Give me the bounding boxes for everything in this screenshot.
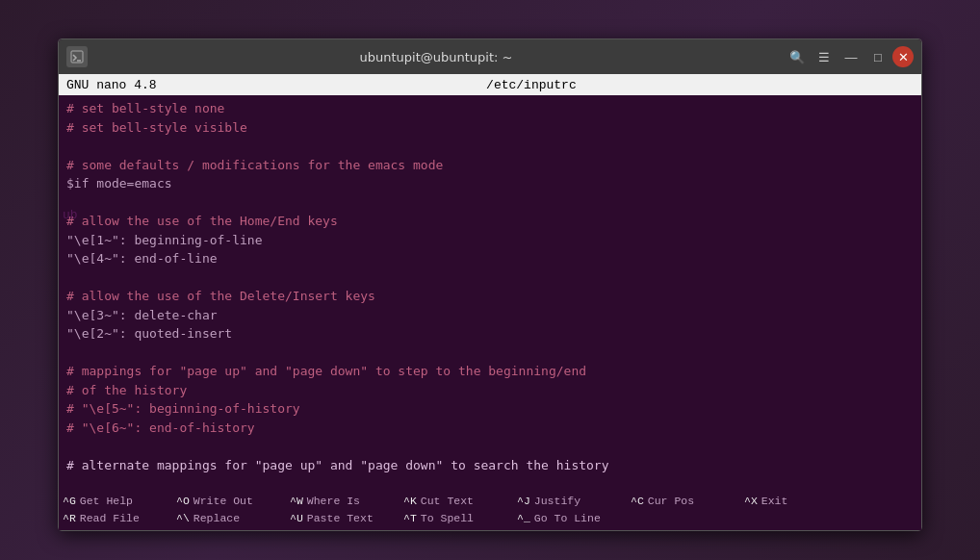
line-17: # "\e[5~": beginning-of-history bbox=[66, 401, 300, 416]
line-16: # of the history bbox=[66, 383, 187, 397]
maximize-button[interactable]: □ bbox=[865, 44, 890, 69]
shortcut-label-where-is: Where Is bbox=[307, 494, 360, 509]
shortcut-key-justify: ^J bbox=[517, 494, 530, 509]
minimize-button[interactable]: — bbox=[838, 44, 864, 69]
shortcut-exit[interactable]: ^X Exit bbox=[744, 494, 850, 509]
nano-header-right bbox=[906, 78, 914, 92]
shortcut-cut-text[interactable]: ^K Cut Text bbox=[403, 494, 509, 509]
shortcut-label-replace: Replace bbox=[193, 511, 240, 526]
line-9: "\e[4~": end-of-line bbox=[66, 251, 218, 266]
line-18: # "\e[6~": end-of-history bbox=[66, 420, 255, 435]
line-15: # mappings for "page up" and "page down"… bbox=[66, 364, 586, 378]
shortcut-bar: ^G Get Help ^O Write Out ^W Where Is ^K … bbox=[59, 492, 921, 530]
shortcut-key-write-out: ^O bbox=[176, 494, 190, 509]
editor-area[interactable]: ub # set bell-style none # set bell-styl… bbox=[59, 95, 921, 492]
shortcut-label-exit: Exit bbox=[761, 494, 788, 509]
shortcut-key-cur-pos: ^C bbox=[631, 494, 644, 509]
shortcut-key-paste-text: ^U bbox=[290, 511, 303, 526]
line-4: # some defaults / modifications for the … bbox=[66, 158, 443, 172]
terminal-window: ubuntupit@ubuntupit: ~ 🔍 ☰ — □ ✕ GNU nan… bbox=[58, 38, 922, 531]
shortcut-justify[interactable]: ^J Justify bbox=[517, 494, 623, 509]
shortcut-label-to-spell: To Spell bbox=[421, 511, 474, 526]
shortcut-read-file[interactable]: ^R Read File bbox=[63, 511, 168, 526]
window-title: ubuntupit@ubuntupit: ~ bbox=[88, 50, 785, 64]
line-11: # allow the use of the Delete/Insert key… bbox=[66, 289, 375, 303]
nano-version: GNU nano 4.8 bbox=[66, 78, 157, 92]
line-12: "\e[3~": delete-char bbox=[66, 308, 218, 322]
title-bar: ubuntupit@ubuntupit: ~ 🔍 ☰ — □ ✕ bbox=[59, 39, 921, 74]
nano-filename: /etc/inputrc bbox=[486, 78, 577, 92]
shortcut-where-is[interactable]: ^W Where Is bbox=[290, 494, 396, 509]
line-2: # set bell-style visible bbox=[66, 120, 247, 135]
shortcut-label-read-file: Read File bbox=[80, 511, 140, 526]
shortcut-to-spell[interactable]: ^T To Spell bbox=[403, 511, 509, 526]
shortcut-get-help[interactable]: ^G Get Help bbox=[63, 494, 168, 509]
shortcut-cur-pos[interactable]: ^C Cur Pos bbox=[631, 494, 736, 509]
shortcut-label-cut-text: Cut Text bbox=[421, 494, 474, 509]
shortcut-paste-text[interactable]: ^U Paste Text bbox=[290, 511, 396, 526]
menu-button[interactable]: ☰ bbox=[812, 44, 837, 69]
editor-content: # set bell-style none # set bell-style v… bbox=[66, 99, 914, 474]
nano-header: GNU nano 4.8 /etc/inputrc bbox=[59, 74, 921, 95]
title-bar-left bbox=[66, 46, 88, 67]
line-13: "\e[2~": quoted-insert bbox=[66, 326, 232, 341]
line-7: # allow the use of the Home/End keys bbox=[66, 214, 338, 228]
search-button[interactable]: 🔍 bbox=[785, 44, 810, 69]
shortcut-label-go-to-line: Go To Line bbox=[534, 511, 601, 526]
shortcut-key-go-to-line: ^_ bbox=[517, 511, 530, 526]
line-20: # alternate mappings for "page up" and "… bbox=[66, 458, 609, 472]
line-5: $if mode=emacs bbox=[66, 176, 172, 191]
shortcut-key-to-spell: ^T bbox=[403, 511, 417, 526]
close-button[interactable]: ✕ bbox=[892, 46, 914, 67]
line-1: # set bell-style none bbox=[66, 101, 224, 115]
shortcut-label-paste-text: Paste Text bbox=[307, 511, 374, 526]
shortcut-go-to-line[interactable]: ^_ Go To Line bbox=[517, 511, 623, 526]
shortcut-label-justify: Justify bbox=[534, 494, 580, 509]
desktop: ubuntupit@ubuntupit: ~ 🔍 ☰ — □ ✕ GNU nan… bbox=[0, 0, 980, 560]
title-bar-controls: 🔍 ☰ — □ ✕ bbox=[785, 44, 914, 69]
line-8: "\e[1~": beginning-of-line bbox=[66, 233, 263, 247]
shortcut-write-out[interactable]: ^O Write Out bbox=[176, 494, 282, 509]
shortcut-replace[interactable]: ^\ Replace bbox=[176, 511, 282, 526]
shortcut-key-exit: ^X bbox=[744, 494, 758, 509]
shortcut-label-cur-pos: Cur Pos bbox=[648, 494, 694, 509]
shortcut-key-where-is: ^W bbox=[290, 494, 303, 509]
shortcut-label-write-out: Write Out bbox=[193, 494, 253, 509]
shortcut-key-get-help: ^G bbox=[63, 494, 76, 509]
terminal-icon bbox=[66, 46, 88, 67]
shortcut-key-read-file: ^R bbox=[63, 511, 76, 526]
shortcut-label-get-help: Get Help bbox=[80, 494, 133, 509]
shortcut-key-cut-text: ^K bbox=[403, 494, 417, 509]
shortcut-key-replace: ^\ bbox=[176, 511, 190, 526]
